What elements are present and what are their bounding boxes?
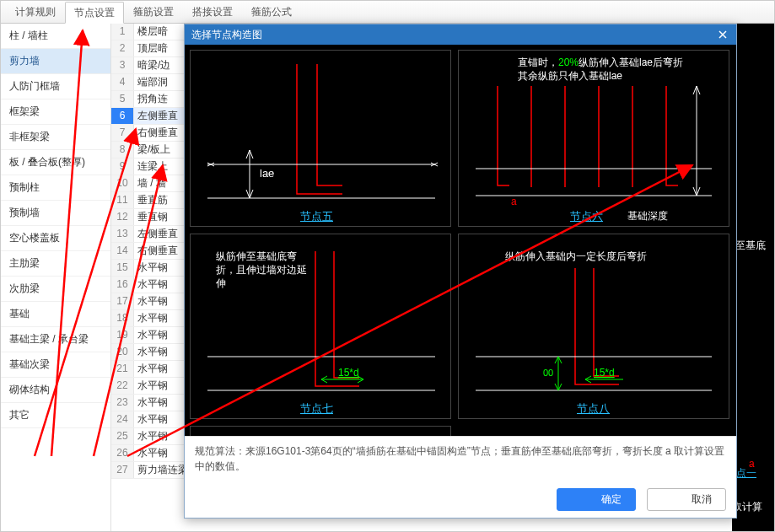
- ok-button[interactable]: 确定: [557, 488, 636, 511]
- node-cell-6[interactable]: 直锚时，20%纵筋伸入基础lae后弯折 其余纵筋只伸入基础lae a 节点六 基…: [458, 50, 729, 227]
- diagram-svg: lae: [191, 51, 452, 228]
- close-icon[interactable]: [716, 28, 729, 41]
- node-link-8[interactable]: 节点八: [577, 401, 610, 416]
- node-link-7[interactable]: 节点七: [300, 401, 333, 416]
- tab-stirrup-formula[interactable]: 箍筋公式: [242, 1, 301, 23]
- c6-depth: 基础深度: [627, 209, 668, 223]
- sidebar-item[interactable]: 柱 / 墙柱: [1, 24, 110, 49]
- sidebar-item[interactable]: 主肋梁: [1, 251, 110, 277]
- sidebar-item[interactable]: 其它: [1, 403, 110, 428]
- c8-text: 纵筋伸入基础内一定长度后弯折: [505, 250, 647, 263]
- node-link-6[interactable]: 节点六: [570, 209, 603, 224]
- sidebar-item[interactable]: 预制柱: [1, 175, 110, 201]
- right-preview: 至基底 a 点一 取计算: [732, 24, 774, 531]
- sidebar-item[interactable]: 框架梁: [1, 99, 110, 125]
- sidebar-item[interactable]: 非框架梁: [1, 125, 110, 150]
- dim-a: a: [511, 196, 517, 207]
- dim-15d: 15*d: [338, 367, 359, 379]
- sidebar: 柱 / 墙柱 剪力墙 人防门框墙 框架梁 非框架梁 板 / 叠合板(整厚) 预制…: [1, 24, 111, 531]
- c6-top2: 纵筋伸入基础lae后弯折: [579, 56, 683, 68]
- sidebar-item[interactable]: 预制墙: [1, 201, 110, 226]
- tab-calc-rules[interactable]: 计算规则: [6, 1, 65, 23]
- dim-15d: 15*d: [594, 367, 615, 379]
- select-node-dialog: 选择节点构造图 lae 节点五: [184, 24, 737, 519]
- cancel-button[interactable]: 取消: [647, 488, 726, 511]
- dialog-footer: 规范算法：来源16G101-3第64页的“墙插筋在基础中锚固构造”节点；垂直筋伸…: [185, 436, 736, 518]
- node-cell-9[interactable]: 墙纵筋与底板纵筋搭接: [190, 426, 451, 436]
- tabs-bar: 计算规则 节点设置 箍筋设置 搭接设置 箍筋公式: [1, 1, 774, 24]
- sidebar-item[interactable]: 空心楼盖板: [1, 226, 110, 251]
- node-link-5[interactable]: 节点五: [300, 209, 333, 224]
- node-cell-7[interactable]: 纵筋伸至基础底弯折，且伸过墙对边延伸 15*d 节点七: [190, 234, 451, 419]
- c6-pct: 20%: [558, 56, 579, 68]
- c6-sub: 其余纵筋只伸入基础lae: [518, 69, 622, 83]
- node-cell-8[interactable]: 纵筋伸入基础内一定长度后弯折 00 15*d 节点八: [458, 234, 729, 419]
- sidebar-item[interactable]: 基础次梁: [1, 352, 110, 378]
- preview-link[interactable]: 点一: [736, 466, 756, 481]
- tab-lap-settings[interactable]: 搭接设置: [183, 1, 242, 23]
- sidebar-item[interactable]: 基础主梁 / 承台梁: [1, 327, 110, 352]
- c7-text: 纵筋伸至基础底弯折，且伸过墙对边延伸: [216, 250, 309, 290]
- dim-lae: lae: [260, 167, 274, 180]
- sidebar-item[interactable]: 板 / 叠合板(整厚): [1, 150, 110, 175]
- dialog-title: 选择节点构造图: [191, 28, 262, 42]
- rule-text: 规范算法：来源16G101-3第64页的“墙插筋在基础中锚固构造”节点；垂直筋伸…: [195, 443, 726, 488]
- node-cell-5[interactable]: lae 节点五: [190, 50, 451, 227]
- sidebar-item[interactable]: 基础: [1, 302, 110, 327]
- sidebar-item[interactable]: 砌体结构: [1, 378, 110, 403]
- tab-node-settings[interactable]: 节点设置: [65, 2, 124, 24]
- sidebar-item[interactable]: 次肋梁: [1, 277, 110, 302]
- dim-00: 00: [543, 368, 553, 378]
- sidebar-item[interactable]: 剪力墙: [1, 49, 110, 74]
- preview-text: 至基底: [735, 239, 766, 253]
- dialog-titlebar: 选择节点构造图: [185, 24, 736, 45]
- sidebar-item[interactable]: 人防门框墙: [1, 74, 110, 99]
- dialog-body[interactable]: lae 节点五 直锚时，20%纵筋伸入基础lae后弯折 其余纵筋只伸入基础lae: [185, 45, 736, 436]
- c6-top: 直锚时，: [518, 56, 558, 68]
- tab-stirrup-settings[interactable]: 箍筋设置: [124, 1, 183, 23]
